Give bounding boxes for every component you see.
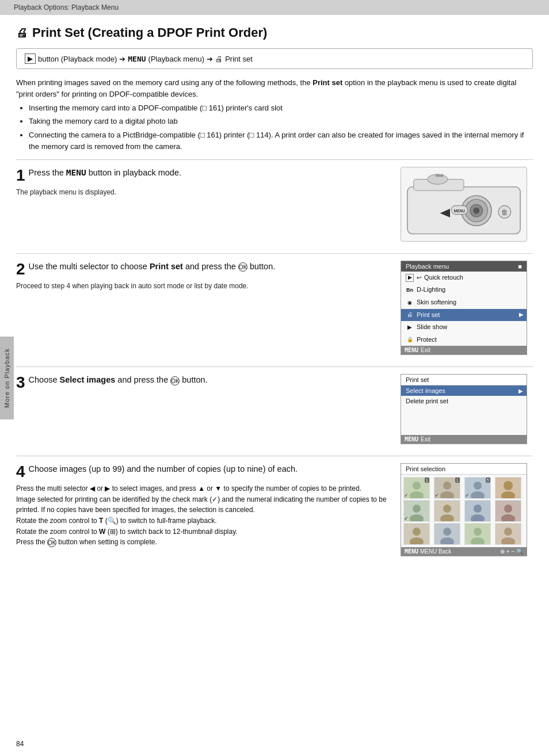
print-set-title: Print set [406,376,429,383]
step-3-right: Print set Select images ▶ Delete print s… [401,374,533,444]
camera-image: MENU 🗑 [401,167,527,242]
menu-header-icon: ■ [518,263,522,270]
menu-footer-key: MENU [405,347,418,353]
print-set-arrow: ▶ [519,310,524,319]
thumb-2-check: ✓ [434,492,439,498]
step-2-title-text: Use the multi selector to choose Print s… [29,262,276,271]
menu-item-print-set: 🖨 Print set ▶ [401,309,527,322]
printer-icon: 🖨 [16,26,28,40]
thumb-3-check: ✓ [465,492,470,498]
svg-point-46 [504,528,512,536]
svg-point-31 [474,505,482,513]
header-breadcrumb: Playback Options: Playback Menu [14,3,119,12]
menu-key: MENU [128,55,146,63]
playback-button-icon: ▶ [25,54,36,64]
menu-item-playback-row: ▶ ↩ Quick retouch [401,272,527,284]
print-set-header: Print set [401,375,527,385]
step-4-right: Print selection ✓ 1 ✓ 1 [401,463,533,556]
step-2-right: Playback menu ■ ▶ ↩ Quick retouch Bn D-L… [401,261,533,356]
step-1-right: MENU 🗑 [401,167,533,242]
step-1-title: 1 Press the MENU button in playback mode… [16,167,391,185]
svg-point-6 [473,208,479,214]
svg-point-34 [504,505,512,513]
sidebar-tab: More on Playback [0,337,14,419]
breadcrumb-text2: (Playback menu) [148,55,205,63]
thumbnail-12 [495,523,521,545]
menu-footer-exit: Exit [421,347,430,353]
intro-bold-word: Print set [312,78,342,87]
print-set-item-delete: Delete print set [401,396,527,406]
breadcrumb-arrow1: ➔ [119,55,125,63]
intro-paragraph: When printing images saved on the memory… [16,77,533,100]
intro-bullets: Inserting the memory card into a DPOF-co… [29,102,533,152]
step-3-title: 3 Choose Select images and press the OK … [16,374,391,392]
sidebar-label: More on Playback [3,348,10,408]
playback-menu-icon: ▶ [406,274,414,282]
thumb-1-check: ✓ [404,492,409,498]
step-1-desc: The playback menu is displayed. [16,187,391,197]
protect-icon: 🔒 [406,336,414,344]
intro-bullet-3: Connecting the camera to a PictBridge-co… [29,129,533,152]
step-4-title-text: Choose images (up to 99) and the number … [29,464,298,474]
svg-point-13 [413,482,421,490]
print-set-footer-exit: Exit [421,436,430,442]
intro-bullet-1: Inserting the memory card into a DPOF-co… [29,102,533,114]
step-3-left: 3 Choose Select images and press the OK … [16,374,391,394]
header-bar: Playback Options: Playback Menu [0,0,549,15]
print-set-footer: MENU Exit [401,435,527,444]
step-4-desc-2: Image selected for printing can be ident… [16,494,391,516]
intro-section: When printing images saved on the memory… [16,77,533,152]
main-content: 🖨 Print Set (Creating a DPOF Print Order… [0,15,549,579]
print-set-item-select: Select images ▶ [401,385,527,396]
step-4-title: 4 Choose images (up to 99) and the numbe… [16,463,391,481]
menu-title: Playback menu [406,263,449,270]
svg-text:MENU: MENU [454,209,465,213]
step-3: 3 Choose Select images and press the OK … [16,366,533,444]
thumb-5-check: ✓ [404,516,409,521]
thumbnail-11 [464,523,491,545]
print-set-box: Print set Select images ▶ Delete print s… [401,374,527,444]
breadcrumb-arrow2: ➔ [207,55,213,63]
step-2-desc: Proceed to step 4 when playing back in a… [16,281,391,291]
step-3-title-text: Choose Select images and press the OK bu… [29,375,208,384]
step-2-left: 2 Use the multi selector to choose Print… [16,261,391,291]
thumbnail-10 [434,523,460,545]
step-4-desc: Press the multi selector ◀ or ▶ to selec… [16,483,391,548]
breadcrumb-text3: Print set [225,55,253,63]
svg-point-19 [474,482,482,490]
svg-point-28 [443,505,451,513]
menu-item-d-lighting: Bn D-Lighting [401,284,527,296]
thumb-3-count: 5 [486,478,490,483]
step-2: 2 Use the multi selector to choose Print… [16,253,533,356]
step-4-desc-4: Rotate the zoom control to W (⊞) to swit… [16,526,391,537]
svg-point-37 [413,528,421,536]
intro-text-start: When printing images saved on the memory… [16,78,311,87]
step-1-number: 1 [16,167,25,185]
menu-item-slide-show: ▶ Slide show [401,321,527,334]
svg-point-40 [443,528,451,536]
camera-svg: MENU 🗑 [401,168,527,240]
thumbnail-9 [403,523,430,545]
step-2-number: 2 [16,261,25,278]
menu-item-quick-retouch: Quick retouch [424,273,463,283]
svg-point-25 [413,505,421,513]
svg-point-16 [443,482,451,490]
thumb-2-count: 1 [455,478,460,483]
breadcrumb-box: ▶ button (Playback mode) ➔ MENU (Playbac… [16,48,533,69]
print-set-footer-key: MENU [405,436,418,442]
step-1-title-start: Press the MENU button in playback mode. [29,168,181,177]
playback-menu-box: Playback menu ■ ▶ ↩ Quick retouch Bn D-L… [401,261,527,356]
print-sel-footer: MENU MENU Back ⊕ + − 🔍 [401,547,527,556]
print-set-menu-icon: 🖨 [406,311,414,319]
print-sel-footer-right: ⊕ + − 🔍 [500,548,523,555]
step-4-desc-1: Press the multi selector ◀ or ▶ to selec… [16,483,391,494]
step-4-desc-3: Rotate the zoom control to T (🔍) to swit… [16,516,391,526]
menu-footer: MENU Exit [401,346,527,354]
breadcrumb-text1: button (Playback mode) [38,55,117,63]
print-sel-footer-left: MENU MENU Back [405,548,451,555]
svg-point-22 [504,481,513,490]
svg-text:🗑: 🗑 [501,208,508,216]
step-4-desc-5: Press the OK button when setting is comp… [16,537,391,548]
menu-item-protect: 🔒 Protect [401,334,527,346]
intro-bullet-2: Taking the memory card to a digital phot… [29,116,533,127]
